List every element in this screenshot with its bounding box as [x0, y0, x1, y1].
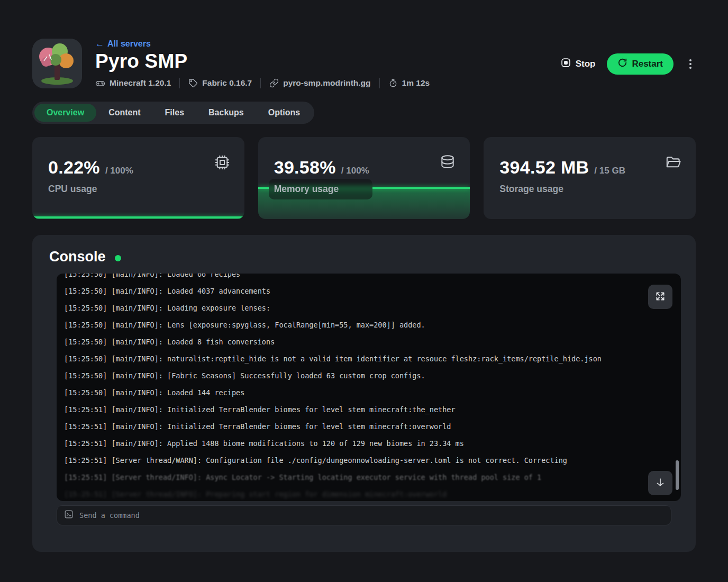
log-line: [15:25:51] [main/INFO]: Initialized Terr…: [64, 401, 674, 418]
meta-domain: pyro-smp.modrinth.gg: [269, 78, 370, 88]
meta-loader: Fabric 0.16.7: [188, 78, 252, 88]
log-line: [15:25:50] [main/INFO]: Loaded 4037 adva…: [64, 283, 674, 299]
meta-separator: [379, 78, 380, 88]
stop-button-label: Stop: [576, 59, 596, 69]
console-title: Console: [49, 249, 106, 265]
more-options-button[interactable]: [685, 56, 696, 72]
expand-icon: [655, 291, 666, 303]
command-input[interactable]: [79, 511, 664, 520]
memory-usage-value: 39.58%: [274, 157, 336, 178]
link-icon: [269, 78, 279, 88]
storage-usage-value: 394.52 MB: [499, 157, 589, 178]
arrow-down-icon: [654, 477, 666, 490]
header-actions: Stop Restart: [560, 53, 696, 75]
cpu-usage-card: 0.22% / 100% CPU usage: [32, 137, 244, 219]
log-line: [15:25:51] [Server thread/WARN]: Configu…: [64, 452, 674, 469]
console-output[interactable]: [15:25:50] [main/INFO]: Loaded 66 recipe…: [57, 274, 681, 501]
stop-icon: [560, 57, 571, 71]
tab-overview[interactable]: Overview: [34, 104, 96, 122]
console-scrollbar[interactable]: [676, 460, 679, 490]
meta-separator: [179, 78, 180, 88]
page-content: ← All servers Pyro SMP Minecraft 1.20.1: [32, 0, 696, 552]
log-line: [15:25:51] [Server thread/INFO]: Async L…: [64, 469, 674, 486]
tag-icon: [188, 78, 198, 88]
page-title: Pyro SMP: [95, 50, 560, 72]
console-card: Console [15:25:50] [main/INFO]: Loaded 6…: [32, 235, 696, 552]
log-line: [15:25:50] [main/INFO]: Lens [exposure:s…: [64, 316, 674, 333]
storage-usage-card: 394.52 MB / 15 GB Storage usage: [484, 137, 696, 219]
tab-bar: Overview Content Files Backups Options: [32, 102, 314, 124]
kebab-icon: [689, 59, 691, 61]
server-header: ← All servers Pyro SMP Minecraft 1.20.1: [32, 39, 696, 88]
stop-button[interactable]: Stop: [560, 57, 596, 71]
meta-domain-label[interactable]: pyro-smp.modrinth.gg: [283, 78, 370, 88]
log-line: [15:25:50] [main/INFO]: Loaded 8 fish co…: [64, 333, 674, 350]
scroll-to-bottom-button[interactable]: [648, 471, 672, 495]
storage-usage-label: Storage usage: [499, 184, 563, 194]
gamepad-icon: [95, 78, 105, 88]
meta-uptime-label: 1m 12s: [402, 78, 430, 88]
all-servers-label: All servers: [107, 39, 151, 49]
log-line: [15:25:51] [Server thread/INFO]: Prepari…: [64, 486, 674, 501]
tab-files[interactable]: Files: [153, 104, 196, 122]
cpu-usage-value: 0.22%: [48, 157, 100, 178]
memory-usage-max: / 100%: [341, 166, 369, 176]
log-line: [15:25:50] [main/INFO]: Loading exposure…: [64, 299, 674, 316]
meta-loader-label: Fabric 0.16.7: [202, 78, 252, 88]
stopwatch-icon: [388, 78, 398, 88]
server-meta-row: Minecraft 1.20.1 Fabric 0.16.7: [95, 78, 560, 88]
back-arrow-icon: ←: [95, 39, 104, 49]
stats-row: 0.22% / 100% CPU usage 39.58% / 100% Mem…: [32, 137, 696, 219]
restart-button-label: Restart: [632, 59, 663, 69]
terminal-icon: [64, 510, 74, 521]
database-icon: [439, 154, 456, 173]
server-info: ← All servers Pyro SMP Minecraft 1.20.1: [95, 39, 560, 88]
console-log-lines: [15:25:50] [main/INFO]: Loaded 66 recipe…: [57, 274, 681, 501]
memory-usage-label-pill: Memory usage: [269, 179, 373, 199]
cpu-usage-fill-bar: [32, 216, 244, 219]
memory-usage-card: 39.58% / 100% Memory usage: [258, 137, 470, 219]
all-servers-link[interactable]: ← All servers: [95, 39, 151, 49]
restart-icon: [617, 58, 627, 70]
log-line: [15:25:51] [main/INFO]: Initialized Terr…: [64, 418, 674, 435]
server-avatar: [32, 39, 82, 88]
tab-options[interactable]: Options: [256, 104, 312, 122]
command-input-row: [57, 505, 671, 525]
cpu-icon: [214, 154, 231, 173]
folder-icon: [665, 154, 682, 174]
log-line: [15:25:50] [main/INFO]: Loaded 144 recip…: [64, 384, 674, 401]
meta-game-version: Minecraft 1.20.1: [95, 78, 171, 88]
log-line: [15:25:50] [main/INFO]: [Fabric Seasons]…: [64, 367, 674, 384]
server-tree-image: [32, 39, 82, 88]
fullscreen-console-button[interactable]: [648, 285, 672, 309]
meta-separator: [260, 78, 261, 88]
meta-uptime: 1m 12s: [388, 78, 430, 88]
cpu-usage-label: CPU usage: [48, 184, 97, 194]
log-line: [15:25:51] [main/INFO]: Applied 1488 bio…: [64, 435, 674, 452]
log-line: [15:25:50] [main/INFO]: Loaded 66 recipe…: [64, 274, 674, 283]
memory-usage-label: Memory usage: [274, 184, 339, 194]
log-line: [15:25:50] [main/INFO]: naturalist:repti…: [64, 350, 674, 367]
storage-usage-max: / 15 GB: [594, 166, 625, 176]
tab-backups[interactable]: Backups: [196, 104, 256, 122]
restart-button[interactable]: Restart: [607, 53, 674, 75]
server-online-status-dot: [115, 255, 121, 261]
tab-content[interactable]: Content: [96, 104, 152, 122]
meta-game-label: Minecraft 1.20.1: [110, 78, 171, 88]
cpu-usage-max: / 100%: [105, 166, 133, 176]
